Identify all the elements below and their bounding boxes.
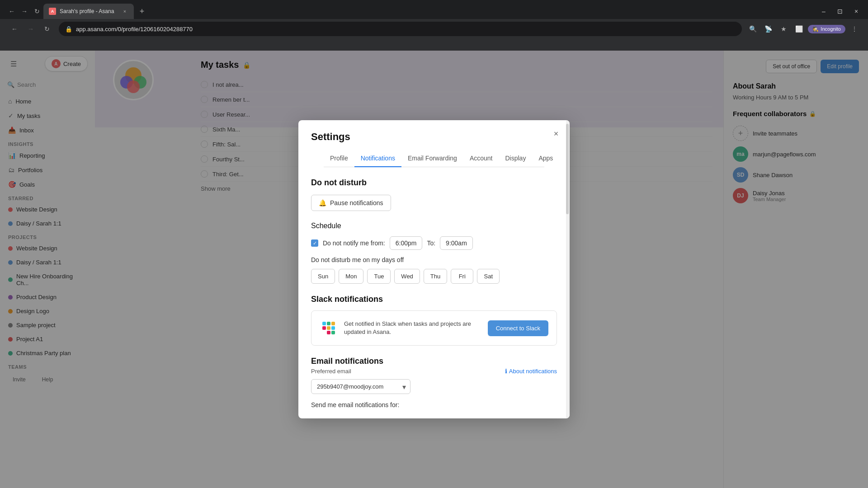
tab-bar: ← → ↻ A Sarah's profile - Asana × + – ⊡ … bbox=[0, 0, 868, 19]
modal-tabs: Profile Notifications Email Forwarding A… bbox=[324, 150, 544, 167]
split-screen-icon[interactable]: ⬜ bbox=[793, 23, 805, 35]
svg-rect-4 bbox=[322, 326, 326, 330]
day-fri[interactable]: Fri bbox=[451, 269, 473, 284]
more-options-icon[interactable]: ⋮ bbox=[848, 23, 861, 35]
email-select-wrap: 295b9407@moodjoy.com bbox=[311, 379, 410, 394]
new-tab-btn[interactable]: + bbox=[136, 5, 148, 18]
svg-rect-7 bbox=[331, 322, 335, 325]
nav-buttons: ← → ↻ bbox=[7, 22, 54, 36]
cast-icon[interactable]: 📡 bbox=[762, 23, 774, 35]
svg-rect-11 bbox=[327, 326, 330, 330]
app-container: ☰ A Create 🔍 Search ⌂ Home ✓ My tasks 📥 … bbox=[0, 51, 868, 488]
tab-account[interactable]: Account bbox=[463, 150, 499, 167]
url-text: app.asana.com/0/profile/1206160204288770 bbox=[76, 26, 193, 33]
days-container: Sun Mon Tue Wed Thu Fri Sat bbox=[311, 269, 557, 284]
browser-reload-btn[interactable]: ↻ bbox=[31, 5, 43, 18]
svg-rect-9 bbox=[331, 326, 335, 330]
settings-modal: Settings × Profile Notifications Email F… bbox=[298, 120, 570, 418]
tab-notifications[interactable]: Notifications bbox=[354, 150, 401, 167]
search-icon[interactable]: 🔍 bbox=[746, 23, 759, 35]
send-notif-label: Send me email notifications for: bbox=[311, 401, 557, 408]
back-btn[interactable]: ← bbox=[7, 22, 22, 36]
schedule-row: ✓ Do not notify me from: 6:00pm To: 9:00… bbox=[311, 236, 557, 250]
tab-profile[interactable]: Profile bbox=[324, 150, 354, 167]
address-actions: 🔍 📡 ★ ⬜ 🕵 Incognito ⋮ bbox=[746, 23, 861, 35]
tab-apps[interactable]: Apps bbox=[532, 150, 559, 167]
do-not-notify-checkbox[interactable]: ✓ bbox=[311, 239, 318, 247]
tab-email-forwarding[interactable]: Email Forwarding bbox=[401, 150, 463, 167]
modal-close-btn[interactable]: × bbox=[550, 127, 562, 140]
slack-logo-icon bbox=[320, 319, 338, 337]
connect-slack-btn[interactable]: Connect to Slack bbox=[488, 320, 548, 336]
window-controls: – ⊡ × bbox=[817, 5, 863, 18]
preferred-email-select[interactable]: 295b9407@moodjoy.com bbox=[311, 379, 410, 394]
slack-description: Get notified in Slack when tasks and pro… bbox=[344, 320, 481, 336]
reload-btn[interactable]: ↻ bbox=[40, 22, 54, 36]
browser-chrome: ← → ↻ A Sarah's profile - Asana × + – ⊡ … bbox=[0, 0, 868, 51]
to-label: To: bbox=[427, 239, 435, 247]
modal-overlay: Settings × Profile Notifications Email F… bbox=[0, 51, 868, 488]
modal-title: Settings bbox=[311, 131, 557, 143]
preferred-email-label: Preferred email bbox=[311, 368, 351, 375]
schedule-title: Schedule bbox=[311, 222, 557, 230]
do-not-notify-label: Do not notify me from: bbox=[323, 239, 385, 247]
close-btn[interactable]: × bbox=[850, 5, 863, 18]
browser-back-btn[interactable]: ← bbox=[5, 5, 18, 18]
day-tue[interactable]: Tue bbox=[367, 269, 391, 284]
url-bar[interactable]: 🔒 app.asana.com/0/profile/12061602042887… bbox=[59, 22, 742, 36]
modal-header: Settings × Profile Notifications Email F… bbox=[298, 120, 570, 167]
incognito-badge: 🕵 Incognito bbox=[808, 25, 845, 33]
from-time-input[interactable]: 6:00pm bbox=[390, 236, 423, 250]
svg-rect-8 bbox=[327, 331, 330, 334]
maximize-btn[interactable]: ⊡ bbox=[834, 5, 846, 18]
email-section: Email notifications Preferred email ℹ Ab… bbox=[311, 357, 557, 408]
about-notifications-link[interactable]: ℹ About notifications bbox=[505, 368, 557, 375]
scrollbar-track[interactable] bbox=[566, 120, 570, 418]
day-sat[interactable]: Sat bbox=[477, 269, 500, 284]
bookmark-icon[interactable]: ★ bbox=[777, 23, 790, 35]
day-wed[interactable]: Wed bbox=[394, 269, 420, 284]
to-time-input[interactable]: 9:00am bbox=[440, 236, 473, 250]
address-bar: ← → ↻ 🔒 app.asana.com/0/profile/12061602… bbox=[0, 19, 868, 39]
day-sun[interactable]: Sun bbox=[311, 269, 335, 284]
bell-icon: 🔔 bbox=[319, 199, 326, 206]
svg-rect-6 bbox=[327, 322, 330, 325]
minimize-btn[interactable]: – bbox=[817, 5, 830, 18]
slack-card: Get notified in Slack when tasks and pro… bbox=[311, 310, 557, 346]
do-not-disturb-title: Do not disturb bbox=[311, 178, 557, 188]
modal-body: Do not disturb 🔔 Pause notifications Sch… bbox=[298, 167, 570, 418]
active-tab[interactable]: A Sarah's profile - Asana × bbox=[43, 4, 134, 19]
schedule-section: Schedule ✓ Do not notify me from: 6:00pm… bbox=[311, 222, 557, 284]
forward-btn[interactable]: → bbox=[24, 22, 38, 36]
email-notifications-title: Email notifications bbox=[311, 357, 557, 366]
tab-close-btn[interactable]: × bbox=[121, 8, 128, 15]
email-pref-row: Preferred email ℹ About notifications bbox=[311, 368, 557, 375]
day-thu[interactable]: Thu bbox=[424, 269, 447, 284]
days-off-label: Do not disturb me on my days off bbox=[311, 256, 557, 263]
tab-title: Sarah's profile - Asana bbox=[60, 8, 118, 14]
scrollbar-thumb[interactable] bbox=[566, 124, 569, 214]
slack-section: Slack notifications bbox=[311, 295, 557, 346]
pause-notifications-btn[interactable]: 🔔 Pause notifications bbox=[311, 195, 391, 211]
tab-favicon: A bbox=[49, 8, 56, 15]
browser-forward-btn[interactable]: → bbox=[18, 5, 31, 18]
svg-rect-5 bbox=[322, 322, 326, 325]
svg-rect-10 bbox=[331, 331, 335, 334]
day-mon[interactable]: Mon bbox=[339, 269, 363, 284]
tab-display[interactable]: Display bbox=[499, 150, 532, 167]
slack-title: Slack notifications bbox=[311, 295, 557, 304]
